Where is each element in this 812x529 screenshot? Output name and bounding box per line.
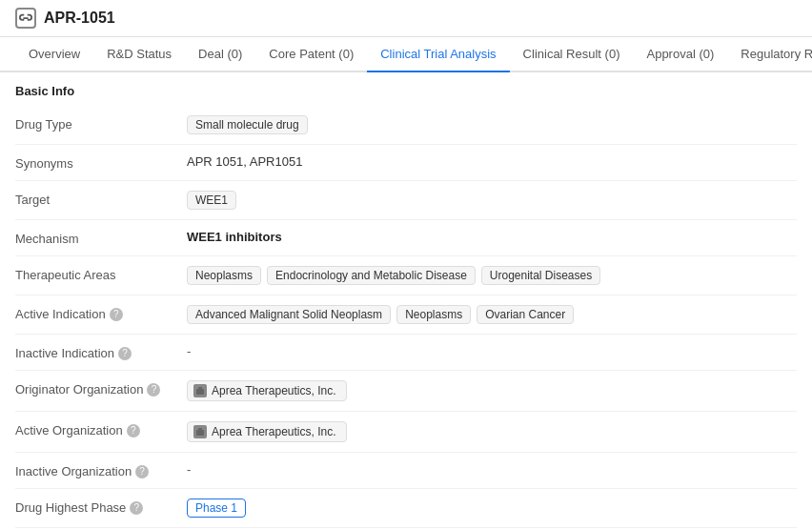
- dash-inactive-org: -: [187, 462, 191, 477]
- row-mechanism: MechanismWEE1 inhibitors: [15, 220, 797, 256]
- label-text-drug-type: Drug Type: [15, 117, 72, 132]
- tag-therapeutic-areas: Urogenital Diseases: [481, 266, 600, 285]
- label-text-inactive-indication: Inactive Indication: [15, 346, 114, 360]
- label-target: Target: [15, 191, 187, 207]
- row-synonyms: SynonymsAPR 1051, APR1051: [15, 145, 797, 181]
- label-text-target: Target: [15, 193, 50, 207]
- value-originator-org: Aprea Therapeutics, Inc.: [187, 380, 797, 401]
- row-originator-org: Originator Organization?Aprea Therapeuti…: [15, 371, 797, 412]
- value-mechanism: WEE1 inhibitors: [187, 230, 797, 244]
- link-icon: [15, 8, 36, 29]
- label-synonyms: Synonyms: [15, 154, 187, 171]
- tab-regulatory-review[interactable]: Regulatory Review (0): [727, 37, 812, 72]
- label-text-mechanism: Mechanism: [15, 232, 78, 246]
- tab-deal[interactable]: Deal (0): [185, 37, 255, 72]
- value-drug-type: Small molecule drug: [187, 115, 797, 134]
- tag-therapeutic-areas: Neoplasms: [187, 266, 261, 285]
- label-text-synonyms: Synonyms: [15, 156, 73, 171]
- page-header: APR-1051: [0, 0, 812, 37]
- help-icon-drug-highest-phase[interactable]: ?: [130, 501, 143, 515]
- help-icon-inactive-org[interactable]: ?: [135, 465, 149, 478]
- value-active-org: Aprea Therapeutics, Inc.: [187, 421, 797, 442]
- label-text-drug-highest-phase: Drug Highest Phase: [15, 500, 126, 515]
- row-drug-type: Drug TypeSmall molecule drug: [15, 106, 797, 145]
- row-therapeutic-areas: Therapeutic AreasNeoplasmsEndocrinology …: [15, 256, 797, 295]
- text-synonyms: APR 1051, APR1051: [187, 154, 302, 169]
- label-inactive-org: Inactive Organization?: [15, 462, 187, 478]
- value-inactive-indication: -: [187, 344, 797, 358]
- label-active-indication: Active Indication?: [15, 305, 187, 321]
- org-tag-active-org: Aprea Therapeutics, Inc.: [187, 421, 347, 442]
- label-originator-org: Originator Organization?: [15, 380, 187, 397]
- value-therapeutic-areas: NeoplasmsEndocrinology and Metabolic Dis…: [187, 266, 797, 285]
- tag-target: WEE1: [187, 191, 236, 210]
- help-icon-active-org[interactable]: ?: [127, 424, 140, 437]
- row-active-org: Active Organization?Aprea Therapeutics, …: [15, 412, 797, 453]
- value-target: WEE1: [187, 191, 797, 210]
- row-inactive-indication: Inactive Indication?-: [15, 335, 797, 371]
- label-therapeutic-areas: Therapeutic Areas: [15, 266, 187, 282]
- tag-active-indication: Neoplasms: [396, 305, 471, 324]
- value-active-indication: Advanced Malignant Solid NeoplasmNeoplas…: [187, 305, 797, 324]
- tag-active-indication: Ovarian Cancer: [477, 305, 574, 324]
- nav-tabs: OverviewR&D StatusDeal (0)Core Patent (0…: [0, 37, 812, 72]
- page-title: APR-1051: [44, 10, 115, 27]
- label-inactive-indication: Inactive Indication?: [15, 344, 187, 360]
- row-active-indication: Active Indication?Advanced Malignant Sol…: [15, 295, 797, 335]
- label-drug-type: Drug Type: [15, 115, 187, 132]
- label-text-therapeutic-areas: Therapeutic Areas: [15, 268, 116, 282]
- help-icon-inactive-indication[interactable]: ?: [118, 347, 132, 360]
- value-synonyms: APR 1051, APR1051: [187, 154, 797, 169]
- org-label-active-org: Aprea Therapeutics, Inc.: [212, 425, 336, 438]
- label-drug-highest-phase: Drug Highest Phase?: [15, 498, 187, 515]
- help-icon-originator-org[interactable]: ?: [147, 383, 160, 397]
- value-drug-highest-phase: Phase 1: [187, 498, 797, 518]
- org-label-originator-org: Aprea Therapeutics, Inc.: [212, 384, 336, 397]
- label-mechanism: Mechanism: [15, 230, 187, 246]
- tab-clinical-result[interactable]: Clinical Result (0): [510, 37, 634, 72]
- tag-drug-type: Small molecule drug: [187, 115, 308, 134]
- row-inactive-org: Inactive Organization?-: [15, 453, 797, 489]
- tab-core-patent[interactable]: Core Patent (0): [255, 37, 367, 72]
- tab-rd-status[interactable]: R&D Status: [93, 37, 185, 72]
- dash-inactive-indication: -: [187, 344, 191, 358]
- bold-text-mechanism: WEE1 inhibitors: [187, 230, 282, 244]
- label-text-active-indication: Active Indication: [15, 307, 106, 321]
- tag-therapeutic-areas: Endocrinology and Metabolic Disease: [267, 266, 476, 285]
- org-tag-originator-org: Aprea Therapeutics, Inc.: [187, 380, 347, 401]
- label-text-originator-org: Originator Organization: [15, 382, 143, 397]
- label-active-org: Active Organization?: [15, 421, 187, 437]
- svg-rect-1: [198, 387, 202, 390]
- content-area: Basic Info Drug TypeSmall molecule drugS…: [0, 72, 812, 529]
- org-icon-active-org: [193, 425, 207, 438]
- tag-active-indication: Advanced Malignant Solid Neoplasm: [187, 305, 391, 324]
- tab-approval[interactable]: Approval (0): [633, 37, 727, 72]
- tab-overview[interactable]: Overview: [15, 37, 93, 72]
- value-inactive-org: -: [187, 462, 797, 477]
- section-title: Basic Info: [15, 84, 797, 98]
- label-text-active-org: Active Organization: [15, 423, 123, 437]
- help-icon-active-indication[interactable]: ?: [110, 308, 123, 321]
- svg-rect-3: [198, 428, 202, 431]
- phase-tag-drug-highest-phase: Phase 1: [187, 498, 246, 518]
- tab-clinical-trial-analysis[interactable]: Clinical Trial Analysis: [367, 37, 509, 72]
- row-drug-highest-phase: Drug Highest Phase?Phase 1: [15, 489, 797, 528]
- label-text-inactive-org: Inactive Organization: [15, 464, 132, 478]
- org-icon-originator-org: [193, 384, 207, 397]
- row-target: TargetWEE1: [15, 181, 797, 220]
